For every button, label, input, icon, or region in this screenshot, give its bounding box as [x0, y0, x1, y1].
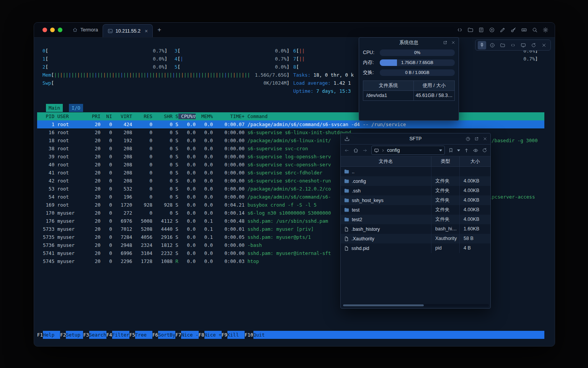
column-header[interactable]: 文件名 [341, 156, 431, 166]
horizontal-scrollbar[interactable] [342, 304, 489, 307]
scrollbar-thumb[interactable] [343, 304, 424, 306]
tab-close-icon[interactable]: × [145, 28, 148, 34]
open-in-window-icon[interactable] [474, 136, 479, 141]
fn-key-f2[interactable]: F2 [60, 331, 66, 339]
close-panel-icon[interactable] [451, 40, 456, 45]
new-tab-button[interactable]: + [153, 26, 166, 34]
open-in-window-icon[interactable] [443, 40, 448, 45]
fn-key-f6[interactable]: F6 [152, 331, 158, 339]
monitor-icon[interactable] [519, 41, 528, 49]
file-row-test2[interactable]: test2文件夹4.00KB [341, 215, 490, 224]
fn-label-f9[interactable]: Kill [227, 331, 245, 339]
chevron-down-icon[interactable] [439, 150, 442, 151]
close-icon[interactable] [540, 41, 548, 49]
zoom-window-button[interactable] [58, 28, 62, 32]
file-row-test[interactable]: test文件夹4.00KB [341, 205, 490, 215]
refresh-icon[interactable] [482, 148, 487, 153]
file-size: 1.60KB [459, 224, 490, 234]
fn-label-f4[interactable]: Filter [112, 331, 129, 339]
fn-label-f10[interactable]: Quit [253, 331, 271, 339]
monitor-icon [374, 148, 379, 153]
fn-key-f8[interactable]: F8 [199, 331, 204, 339]
gauge-value: 0% [380, 49, 455, 56]
current-path: config [387, 148, 400, 153]
refresh-icon[interactable] [529, 41, 538, 49]
folder-icon[interactable] [467, 27, 474, 33]
file-row-sshd.pid[interactable]: sshd.pidpid4 B [341, 243, 490, 253]
tab-io[interactable]: I/O [69, 104, 83, 112]
key-icon[interactable] [510, 27, 516, 33]
upload-icon[interactable] [464, 148, 469, 153]
tab-termora-home[interactable]: Termora [68, 23, 103, 37]
pin-icon[interactable] [478, 41, 486, 49]
file-row-.ssh[interactable]: .ssh文件夹4.00KB [341, 186, 490, 196]
command-fragment: /basedir -g 3000 [492, 136, 537, 145]
file-name: .bash_history [351, 227, 380, 232]
file-name: test [352, 207, 359, 213]
file-size [459, 167, 490, 176]
process-row-1[interactable]: 1 root 20 0 424 0 0 S 0.0 0.0 0:00.07 /p… [37, 120, 544, 128]
tab-session[interactable]: 10.211.55.2 × [103, 24, 153, 37]
fn-key-f1[interactable]: F1 [37, 331, 43, 339]
process-table-header[interactable]: PID USER PRI NI VIRT RES SHR S CPU%▽ MEM… [37, 112, 544, 120]
search-icon[interactable] [532, 27, 538, 33]
tab-main[interactable]: Main [46, 104, 63, 112]
file-row-.Xauthority[interactable]: .XauthorityXauthority58 B [341, 234, 490, 243]
home-icon[interactable] [353, 148, 359, 153]
fn-label-f3[interactable]: Search [89, 331, 106, 339]
fn-label-f6[interactable]: SortBy [158, 331, 175, 339]
macro-icon[interactable] [489, 27, 495, 33]
filesystem-usage: 45.61GB / 58.3… [413, 91, 454, 100]
fn-key-f4[interactable]: F4 [106, 331, 112, 339]
close-panel-icon[interactable] [483, 136, 487, 141]
fn-key-f5[interactable]: F5 [129, 331, 135, 339]
edit-icon[interactable] [500, 27, 506, 33]
folder-icon[interactable] [498, 41, 507, 49]
info-icon[interactable] [488, 41, 497, 49]
file-row-ssh_host_keys[interactable]: ssh_host_keys文件夹4.00KB [341, 196, 490, 205]
cpu-meter-2: 2[0.0%] [42, 63, 167, 71]
app-window: Termora 10.211.55.2 × + 0[0.7%]1[0.0%]2[… [34, 22, 555, 347]
fn-key-f10[interactable]: F10 [245, 331, 253, 339]
sort-column-cpu[interactable]: CPU%▽ [178, 113, 196, 119]
path-combobox[interactable]: config [371, 146, 445, 155]
forward-icon[interactable] [362, 148, 368, 153]
file-row-..[interactable]: .. [341, 167, 490, 176]
fn-label-f8[interactable]: Nice + [204, 331, 222, 339]
column-header[interactable]: 大小 [459, 156, 490, 166]
code-icon[interactable] [509, 41, 517, 49]
floating-tool-bar [475, 39, 551, 51]
column-header[interactable]: 类型 [431, 156, 459, 166]
show-hidden-icon[interactable] [473, 148, 479, 153]
minimize-window-button[interactable] [50, 28, 55, 32]
fn-key-f9[interactable]: F9 [222, 331, 227, 339]
file-size: 4.00KB [459, 205, 490, 215]
sftp-panel: SFTP config 文件名 [340, 133, 491, 309]
download-icon[interactable] [344, 136, 350, 142]
file-row-.bash_history[interactable]: .bash_historybash_hi…1.60KB [341, 224, 490, 234]
tab-label: Termora [80, 27, 98, 33]
fn-label-f7[interactable]: Nice - [181, 331, 198, 339]
bookmark-dropdown-icon[interactable] [457, 150, 460, 151]
column-header: 使用 / 大小 [413, 81, 454, 90]
file-type: bash_hi… [431, 224, 459, 234]
gauge-bar: 0% [380, 49, 455, 56]
file-row-.config[interactable]: .config文件夹4.00KB [341, 176, 490, 186]
bookmark-icon[interactable] [448, 148, 454, 153]
file-icon [344, 227, 349, 232]
fn-label-f2[interactable]: Setup [66, 331, 83, 339]
help-icon[interactable] [466, 136, 470, 141]
fn-key-f3[interactable]: F3 [83, 331, 89, 339]
back-icon[interactable] [344, 148, 350, 153]
notebook-icon[interactable] [478, 27, 484, 33]
code-icon[interactable] [457, 27, 463, 33]
fn-key-f7[interactable]: F7 [175, 331, 181, 339]
keymap-icon[interactable] [521, 27, 527, 33]
gauge-bar: 0 B / 1.00GB [380, 69, 455, 76]
close-window-button[interactable] [42, 28, 47, 32]
settings-icon[interactable] [542, 27, 549, 33]
gauge-label: CPU: [363, 50, 377, 55]
fn-label-f1[interactable]: Help [43, 331, 60, 339]
folder-icon [344, 169, 350, 174]
fn-label-f5[interactable]: Tree [135, 331, 152, 339]
